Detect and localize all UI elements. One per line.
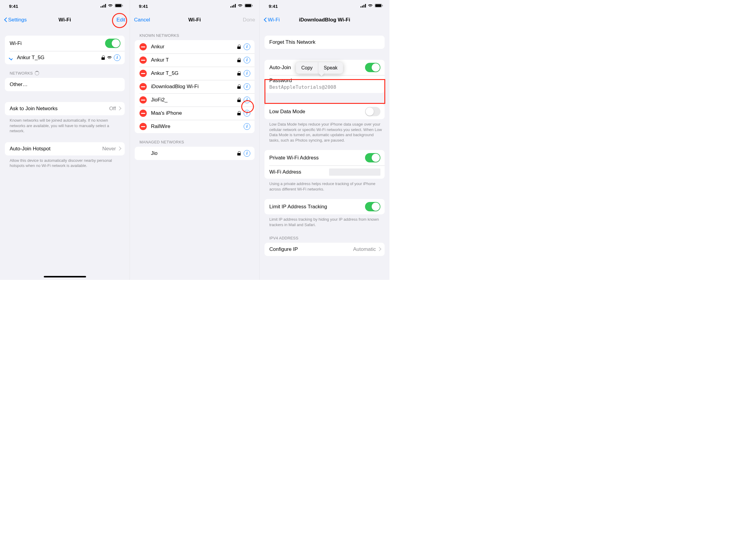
status-time: 9:41 xyxy=(269,4,278,9)
status-time: 9:41 xyxy=(9,4,18,9)
network-detail-screen: 9:41 Wi-Fi iDownloadBlog Wi-Fi Forget Th… xyxy=(260,0,389,280)
private-address-row[interactable]: Private Wi-Fi Address xyxy=(265,150,384,166)
info-icon[interactable]: i xyxy=(114,54,121,61)
lock-icon xyxy=(237,58,241,62)
info-icon[interactable]: i xyxy=(244,110,250,117)
copy-button[interactable]: Copy xyxy=(296,62,318,74)
info-icon[interactable]: i xyxy=(244,83,250,90)
remove-icon[interactable] xyxy=(140,43,147,50)
limit-ip-group: Limit IP Address Tracking xyxy=(265,199,384,214)
back-button[interactable]: Wi-Fi xyxy=(264,17,280,23)
known-network-row[interactable]: JioFi2_ i xyxy=(135,93,255,107)
svg-rect-1 xyxy=(102,5,103,8)
lowdata-group: Low Data Mode xyxy=(265,104,384,119)
lowdata-toggle[interactable] xyxy=(365,107,380,116)
lock-icon xyxy=(237,45,241,49)
status-icons xyxy=(101,4,123,8)
known-network-row[interactable]: Ankur T i xyxy=(135,53,255,67)
info-icon[interactable]: i xyxy=(244,123,250,130)
known-networks-header: KNOWN NETWORKS xyxy=(130,27,259,40)
lock-icon xyxy=(101,56,105,60)
wifi-icon xyxy=(238,4,243,8)
lock-icon xyxy=(237,151,241,156)
lowdata-row[interactable]: Low Data Mode xyxy=(265,104,384,119)
svg-rect-8 xyxy=(232,5,233,8)
known-network-row[interactable]: Ankur i xyxy=(135,40,255,53)
remove-icon[interactable] xyxy=(140,123,147,130)
svg-rect-10 xyxy=(235,4,236,8)
connected-network-row[interactable]: Ankur T_5G i xyxy=(5,51,125,64)
status-bar: 9:41 xyxy=(130,0,259,13)
known-networks-group: Ankur i Ankur T i Ankur T_5G i iDownload… xyxy=(135,40,255,133)
wifi-toggle-group: Wi-Fi Ankur T_5G i xyxy=(5,36,125,64)
lock-icon xyxy=(237,71,241,76)
info-icon[interactable]: i xyxy=(244,70,250,77)
wifi-settings-screen: 9:41 Settings Wi-Fi Edit Wi-Fi Ankur T_5… xyxy=(0,0,130,280)
lock-icon xyxy=(237,98,241,102)
back-label: Wi-Fi xyxy=(268,17,280,23)
known-network-row[interactable]: Ankur T_5G i xyxy=(135,67,255,80)
limit-ip-toggle[interactable] xyxy=(365,202,380,211)
managed-network-row[interactable]: Jio i xyxy=(135,147,255,160)
hotspot-row[interactable]: Auto-Join Hotspot Never xyxy=(5,142,125,156)
known-network-row-idownloadblog[interactable]: iDownloadBlog Wi-Fi i xyxy=(135,80,255,93)
svg-rect-20 xyxy=(382,5,383,6)
wifi-toggle[interactable] xyxy=(105,39,121,48)
back-label: Settings xyxy=(8,17,27,23)
svg-rect-19 xyxy=(375,4,381,7)
speak-button[interactable]: Speak xyxy=(318,62,343,74)
password-row[interactable]: Password BestAppleTutorials@2008 xyxy=(265,75,384,93)
wifi-icon xyxy=(108,4,113,8)
svg-rect-15 xyxy=(362,5,363,8)
other-networks-group: Other… xyxy=(5,78,125,91)
password-value: BestAppleTutorials@2008 xyxy=(269,84,380,90)
remove-icon[interactable] xyxy=(140,56,147,64)
check-icon xyxy=(10,56,14,60)
svg-rect-7 xyxy=(230,6,231,8)
svg-rect-16 xyxy=(364,5,365,8)
info-icon[interactable]: i xyxy=(244,43,250,50)
wifi-toggle-row[interactable]: Wi-Fi xyxy=(5,36,125,51)
info-icon[interactable]: i xyxy=(244,97,250,103)
edit-button[interactable]: Edit xyxy=(117,17,125,23)
limit-ip-footer: Limit IP address tracking by hiding your… xyxy=(260,214,389,227)
other-row[interactable]: Other… xyxy=(5,78,125,91)
forget-group: Forget This Network xyxy=(265,36,384,49)
svg-rect-6 xyxy=(122,5,123,6)
svg-rect-5 xyxy=(115,4,121,7)
autojoin-toggle[interactable] xyxy=(365,63,380,72)
done-button[interactable]: Done xyxy=(243,17,255,23)
ask-join-row[interactable]: Ask to Join Networks Off xyxy=(5,102,125,115)
info-icon[interactable]: i xyxy=(244,150,250,157)
info-icon[interactable]: i xyxy=(244,57,250,63)
lowdata-footer: Low Data Mode helps reduce your iPhone d… xyxy=(260,119,389,143)
limit-ip-row[interactable]: Limit IP Address Tracking xyxy=(265,199,384,214)
configure-ip-row[interactable]: Configure IP Automatic xyxy=(265,243,384,256)
back-button[interactable]: Settings xyxy=(4,17,27,23)
remove-icon[interactable] xyxy=(140,96,147,104)
svg-rect-3 xyxy=(105,4,106,8)
private-address-toggle[interactable] xyxy=(365,153,380,163)
ipv4-header: IPV4 ADDRESS xyxy=(260,227,389,243)
remove-icon[interactable] xyxy=(140,110,147,117)
hotspot-footer: Allow this device to automatically disco… xyxy=(0,156,130,169)
nav-bar: Settings Wi-Fi Edit xyxy=(0,13,130,27)
home-indicator[interactable] xyxy=(44,276,86,277)
remove-icon[interactable] xyxy=(140,70,147,77)
svg-rect-13 xyxy=(252,5,253,6)
nav-bar: Wi-Fi iDownloadBlog Wi-Fi xyxy=(260,13,389,27)
remove-icon[interactable] xyxy=(140,83,147,90)
status-icons xyxy=(361,4,383,8)
known-network-row[interactable]: Maa's iPhone i xyxy=(135,107,255,120)
known-network-row[interactable]: RailWire i xyxy=(135,120,255,133)
hotspot-group: Auto-Join Hotspot Never xyxy=(5,142,125,156)
wifi-address-value xyxy=(329,169,380,176)
forget-button[interactable]: Forget This Network xyxy=(265,36,384,49)
networks-header: NETWORKS xyxy=(0,64,130,78)
cellular-icon xyxy=(230,4,236,8)
chevron-right-icon xyxy=(378,247,380,252)
managed-networks-header: MANAGED NETWORKS xyxy=(130,133,259,147)
cancel-button[interactable]: Cancel xyxy=(134,17,150,23)
status-bar: 9:41 xyxy=(0,0,130,13)
svg-rect-2 xyxy=(104,5,105,8)
